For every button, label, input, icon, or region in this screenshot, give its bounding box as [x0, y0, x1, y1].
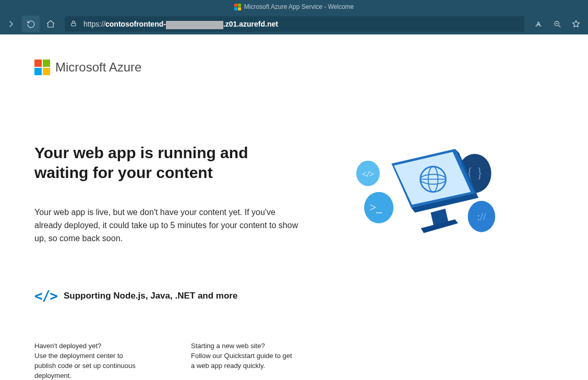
forward-button[interactable]: [2, 16, 20, 32]
svg-text:>_: >_: [369, 201, 382, 214]
page-content: Microsoft Azure Your web app is running …: [0, 34, 588, 380]
quickstart-column: Starting a new web site? Follow our Quic…: [191, 341, 295, 380]
address-bar[interactable]: https://contosofrontend-.z01.azurefd.net: [65, 16, 524, 32]
url-redacted-segment: [166, 21, 223, 29]
browser-toolbar: https://contosofrontend-.z01.azurefd.net: [0, 14, 588, 34]
lock-icon: [70, 20, 77, 29]
deploy-text: Haven't deployed yet? Use the deployment…: [34, 341, 139, 380]
supporting-row: </> Supporting Node.js, Java, .NET and m…: [34, 288, 588, 304]
supporting-text: Supporting Node.js, Java, .NET and more: [64, 291, 237, 301]
hero-illustration: { } :// </> >_: [347, 143, 504, 253]
microsoft-logo-icon: [34, 60, 50, 75]
deploy-column: Haven't deployed yet? Use the deployment…: [34, 341, 139, 380]
azure-logo: Microsoft Azure: [34, 60, 588, 75]
tab-title-text: Microsoft Azure App Service - Welcome: [244, 3, 354, 10]
url-text: https://contosofrontend-.z01.azurefd.net: [83, 20, 278, 28]
favorites-icon[interactable]: [567, 16, 585, 32]
microsoft-favicon: [234, 4, 241, 10]
zoom-icon[interactable]: [548, 16, 566, 32]
code-icon: </>: [34, 288, 57, 304]
azure-logo-text: Microsoft Azure: [55, 60, 141, 75]
browser-tab[interactable]: Microsoft Azure App Service - Welcome: [234, 3, 354, 10]
svg-text:</>: </>: [362, 169, 375, 179]
home-button[interactable]: [42, 16, 59, 32]
read-aloud-icon[interactable]: [530, 16, 547, 32]
hero-paragraph: Your web app is live, but we don't have …: [34, 206, 301, 245]
hero-heading: Your web app is running and waiting for …: [34, 143, 306, 182]
svg-text:://: ://: [477, 211, 486, 222]
refresh-button[interactable]: [22, 16, 40, 32]
browser-tab-bar: Microsoft Azure App Service - Welcome: [0, 0, 588, 14]
svg-rect-0: [71, 23, 76, 26]
quickstart-text: Starting a new web site? Follow our Quic…: [191, 341, 295, 371]
